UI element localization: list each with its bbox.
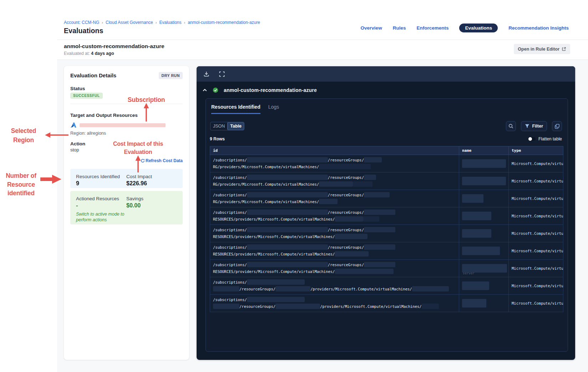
annotation-selected-region: Selected Region: [1, 126, 46, 145]
nav-enforcements[interactable]: Enforcements: [416, 25, 448, 31]
results-toolbar: [197, 66, 575, 82]
copy-button[interactable]: [552, 121, 562, 131]
resource-name-redacted: [462, 281, 489, 290]
redacted-value: [247, 157, 328, 162]
identified-cost-box: Resources Identified 9 Cost Impact $226.…: [70, 169, 183, 188]
redacted-value: [335, 269, 394, 274]
redacted-value: [247, 175, 328, 180]
resource-id-cell: /subscriptions//resourceGroups/RESOURCES…: [210, 227, 459, 240]
resource-name-peek: server: [463, 272, 475, 275]
redacted-value: [335, 234, 368, 239]
annotation-subscription: Subscription: [118, 96, 175, 104]
annotation-number-of-resources: Number of Resource identified: [0, 171, 43, 198]
actioned-resources-value: -: [76, 202, 126, 209]
resource-type-cell: Microsoft.Compute/virtualMachines: [509, 249, 563, 253]
redacted-value: [319, 181, 353, 187]
nav-recommendation-insights[interactable]: Recommendation Insights: [508, 25, 569, 31]
redacted-value: [247, 297, 305, 302]
tab-resources-identified[interactable]: Resources Identified: [211, 104, 260, 114]
redacted-value: [319, 164, 371, 169]
open-rule-editor-label: Open in Rule Editor: [518, 47, 559, 52]
breadcrumb-item[interactable]: Evaluations: [159, 20, 181, 25]
evaluation-details-card: Evaluation Details DRY RUN Status SUCCES…: [64, 66, 189, 360]
target-resources-label: Target and Output Resources: [70, 113, 183, 118]
success-check-icon: [213, 87, 218, 93]
view-json-segment[interactable]: JSON: [211, 122, 227, 130]
flatten-table-toggle[interactable]: [528, 137, 536, 141]
redacted-value: [364, 175, 376, 180]
redacted-value: [364, 157, 382, 162]
table-row: /subscriptions//resourceGroups/RESOURCES…: [210, 242, 563, 260]
table-row: /subscriptions//resourceGroups/RG/provid…: [210, 172, 563, 190]
download-button[interactable]: [203, 71, 209, 77]
status-badge: SUCCESSFUL: [70, 93, 103, 99]
fullscreen-button[interactable]: [219, 71, 225, 77]
tab-logs[interactable]: Logs: [268, 104, 279, 114]
redacted-value: [364, 244, 395, 250]
column-header-type: type: [509, 146, 563, 155]
actioned-savings-box: Actioned Resources - Savings $0.00 Switc…: [70, 191, 183, 224]
azure-icon: [70, 122, 77, 128]
resources-table: idnametype /subscriptions//resourceGroup…: [210, 146, 563, 312]
filter-icon: [525, 124, 529, 128]
resource-type-cell: Microsoft.Compute/virtualMachines: [509, 179, 563, 183]
resource-type-cell: Microsoft.Compute/virtualMachines: [509, 301, 563, 305]
rows-count: 9 Rows: [210, 136, 225, 141]
refresh-cost-data-link[interactable]: Refresh Cost Data: [70, 158, 183, 163]
results-tabs: Resources IdentifiedLogs: [206, 99, 568, 114]
nav-rules[interactable]: Rules: [393, 25, 406, 31]
nav-overview[interactable]: Overview: [361, 25, 382, 31]
redacted-value: [247, 210, 328, 215]
resource-type-cell: Microsoft.Compute/virtualMachines: [509, 284, 563, 288]
column-header-id: id: [210, 146, 459, 155]
open-rule-editor-button[interactable]: Open in Rule Editor: [514, 44, 570, 54]
view-table-segment[interactable]: Table: [227, 122, 244, 130]
table-row: /subscriptions//resourceGroups//provider…: [210, 277, 563, 295]
table-row: /subscriptions//resourceGroups/RESOURCES…: [210, 225, 563, 242]
resource-type-cell: Microsoft.Compute/virtualMachines: [509, 161, 563, 166]
flatten-table-label: Flatten table: [538, 136, 562, 141]
header-divider: [57, 40, 588, 40]
table-row: /subscriptions//resourceGroups/RG/provid…: [210, 155, 563, 172]
breadcrumb-item[interactable]: Cloud Asset Governance: [106, 20, 153, 25]
active-mode-note: Switch to active mode to perform actions: [76, 211, 140, 223]
collapse-chevron-icon[interactable]: [203, 89, 207, 92]
resource-id-cell: /subscriptions//resourceGroups/RG/provid…: [210, 192, 459, 205]
region-line: Region: allregions: [70, 131, 183, 135]
breadcrumb-separator: ›: [156, 20, 157, 25]
redacted-value: [213, 304, 239, 309]
redacted-value: [422, 304, 439, 309]
resource-id-cell: /subscriptions//resourceGroups/RG/provid…: [210, 157, 459, 170]
redacted-value: [363, 216, 379, 222]
redacted-value: [412, 286, 449, 291]
redacted-value: [335, 251, 369, 257]
cost-impact-value: $226.96: [126, 180, 177, 187]
table-row: /subscriptions//resourceGroups/RG/provid…: [210, 190, 563, 207]
subheader-divider: [57, 60, 588, 60]
evaluated-at: Evaluated at:4 days ago: [64, 51, 114, 56]
savings-label: Savings: [126, 196, 177, 201]
subscription-redacted-bar: [80, 123, 166, 127]
view-mode-toggle: JSONTable: [210, 122, 244, 130]
annotation-cost-impact: Cost Impact of this Evaluation: [107, 140, 169, 156]
evaluated-at-value: 4 days ago: [91, 51, 114, 56]
redacted-value: [364, 227, 395, 232]
breadcrumb-separator: ›: [102, 20, 103, 25]
redacted-value: [364, 262, 395, 267]
breadcrumb-item[interactable]: Account: CCM-NG: [64, 20, 99, 25]
redacted-value: [275, 304, 320, 309]
resource-name-redacted: [462, 159, 506, 168]
resource-id-cell: /subscriptions//resourceGroups/RESOURCES…: [210, 209, 459, 223]
redacted-value: [364, 210, 395, 215]
redacted-value: [335, 216, 363, 222]
resources-identified-label: Resources Identified: [76, 174, 126, 179]
breadcrumb-item[interactable]: anmol-custom-recommendation-azure: [188, 20, 260, 25]
resource-type-cell: Microsoft.Compute/virtualMachines: [509, 231, 563, 236]
refresh-label: Refresh Cost Data: [146, 158, 183, 163]
nav-evaluations[interactable]: Evaluations: [459, 24, 498, 32]
column-header-name: name: [459, 146, 509, 155]
filter-button[interactable]: Filter: [521, 121, 547, 131]
savings-value: $0.00: [126, 202, 177, 209]
search-button[interactable]: [506, 121, 516, 131]
resource-id-cell: /subscriptions//resourceGroups//provider…: [210, 279, 459, 293]
